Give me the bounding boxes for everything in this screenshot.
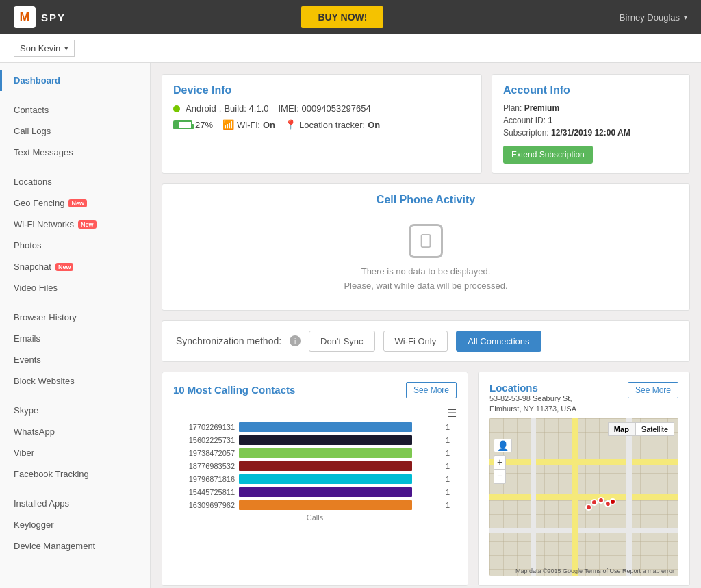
- bar-row: 177022691311: [173, 422, 457, 432]
- account-info-title: Account Info: [503, 84, 678, 97]
- cell-activity-card: Cell Phone Activity There is no data to …: [162, 183, 690, 311]
- sidebar-item-locations[interactable]: Locations: [0, 171, 150, 192]
- bar-count: 1: [446, 436, 457, 444]
- bar-phone-label: 18776983532: [173, 462, 235, 470]
- sidebar-item-text-messages[interactable]: Text Messages: [0, 142, 150, 163]
- sidebar: Dashboard Contacts Call Logs Text Messag…: [0, 63, 151, 588]
- chart-x-label: Calls: [173, 513, 457, 522]
- map-map-button[interactable]: Map: [608, 422, 635, 436]
- phone-icon: [409, 224, 443, 258]
- map-road-v3: [626, 418, 632, 576]
- user-menu[interactable]: Birney Douglas ▾: [620, 12, 687, 23]
- sync-info-icon[interactable]: i: [290, 335, 301, 346]
- android-status-dot: [173, 105, 180, 112]
- device-status-row: 27% 📶 Wi-Fi: On 📍 Location tracker: On: [173, 119, 470, 130]
- device-build: Build: 4.1.0: [224, 103, 268, 114]
- bar-row: 197968718161: [173, 474, 457, 484]
- snapchat-badge: New: [55, 263, 74, 271]
- device-imei: IMEI: 00094053297654: [278, 103, 370, 114]
- sidebar-item-skype[interactable]: Skype: [0, 400, 150, 421]
- sync-dont-sync-button[interactable]: Don't Sync: [309, 331, 374, 352]
- bar-track: [239, 474, 443, 484]
- locations-see-more-button[interactable]: See More: [628, 382, 678, 398]
- sidebar-item-video-files[interactable]: Video Files: [0, 277, 150, 298]
- bar-track: [239, 500, 443, 510]
- bar-phone-label: 19796871816: [173, 475, 235, 483]
- calling-contacts-card: 10 Most Calling Contacts See More ☰ 1770…: [162, 372, 468, 587]
- imei-label: IMEI:: [278, 103, 298, 114]
- location-value: On: [368, 120, 380, 130]
- sidebar-item-snapchat[interactable]: Snapchat New: [0, 256, 150, 277]
- sidebar-item-events[interactable]: Events: [0, 349, 150, 370]
- sidebar-item-browser-history[interactable]: Browser History: [0, 307, 150, 328]
- sidebar-item-viber[interactable]: Viber: [0, 442, 150, 463]
- sidebar-label-snapchat: Snapchat: [14, 261, 51, 272]
- sidebar-item-call-logs[interactable]: Call Logs: [0, 120, 150, 142]
- map-zoom-out-button[interactable]: −: [494, 469, 506, 484]
- sidebar-label-device-management: Device Management: [14, 541, 95, 551]
- wifi-status: 📶 Wi-Fi: On: [222, 119, 275, 130]
- sidebar-label-wifi-networks: Wi-Fi Networks: [14, 219, 74, 229]
- sidebar-label-block-websites: Block Websites: [14, 376, 75, 386]
- sidebar-item-whatsapp[interactable]: WhatsApp: [0, 421, 150, 442]
- sidebar-label-installed-apps: Installed Apps: [14, 498, 69, 509]
- map-zoom-in-button[interactable]: +: [494, 455, 506, 470]
- map-road-h2: [489, 494, 678, 500]
- android-dot-icon: Android, Build: 4.1.0: [173, 103, 268, 114]
- account-id-value: 1: [548, 116, 552, 125]
- sidebar-label-whatsapp: WhatsApp: [14, 426, 55, 437]
- calling-contacts-header: 10 Most Calling Contacts See More: [173, 382, 457, 398]
- sidebar-item-wifi-networks[interactable]: Wi-Fi Networks New: [0, 214, 150, 235]
- locations-info: Locations 53-82-53-98 Seabury St,Elmhurs…: [489, 382, 576, 415]
- wifi-networks-badge: New: [78, 220, 97, 229]
- map-container: 👤 + − Map Satellite Map data ©2015 Googl…: [489, 418, 678, 576]
- device-info-title: Device Info: [173, 84, 470, 97]
- bar-row: 156022257311: [173, 435, 457, 445]
- bar-fill: [239, 461, 412, 471]
- device-os: Android: [186, 103, 216, 114]
- battery-icon: [173, 120, 192, 129]
- calling-see-more-button[interactable]: See More: [406, 382, 457, 398]
- bar-row: 187769835321: [173, 461, 457, 471]
- bar-count: 1: [446, 488, 457, 496]
- sidebar-item-facebook-tracking[interactable]: Facebook Tracking: [0, 463, 150, 485]
- buy-now-button[interactable]: BUY NOW!: [301, 6, 383, 28]
- topnav-center: BUY NOW!: [66, 6, 620, 28]
- sidebar-item-block-websites[interactable]: Block Websites: [0, 370, 150, 392]
- calling-chart: ☰ 17702269131115602225731119738472057118…: [173, 404, 457, 524]
- bar-track: [239, 487, 443, 497]
- sidebar-label-keylogger: Keylogger: [14, 520, 54, 530]
- map-satellite-button[interactable]: Satellite: [635, 422, 674, 436]
- cell-activity-phone-icon: There is no data to be displayed. Please…: [173, 213, 678, 294]
- location-label: Location tracker:: [299, 120, 365, 130]
- sidebar-item-emails[interactable]: Emails: [0, 328, 150, 349]
- sidebar-item-device-management[interactable]: Device Management: [0, 535, 150, 557]
- account-info-card: Account Info Plan: Premium Account ID: 1…: [492, 74, 690, 174]
- sync-label: Synchronization method:: [176, 335, 281, 346]
- plan-label: Plan:: [503, 103, 522, 113]
- sync-all-connections-button[interactable]: All Connections: [456, 331, 541, 352]
- extend-subscription-button[interactable]: Extend Subscription: [503, 146, 593, 164]
- sidebar-label-skype: Skype: [14, 405, 38, 416]
- sidebar-item-contacts[interactable]: Contacts: [0, 99, 150, 120]
- sidebar-item-photos[interactable]: Photos: [0, 235, 150, 256]
- battery-indicator: 27%: [173, 120, 213, 130]
- sidebar-item-installed-apps[interactable]: Installed Apps: [0, 493, 150, 514]
- sidebar-item-keylogger[interactable]: Keylogger: [0, 514, 150, 535]
- map-toggle: Map Satellite: [608, 422, 674, 436]
- account-subscription-row: Subscripton: 12/31/2019 12:00 AM: [503, 128, 678, 138]
- bar-fill: [239, 487, 412, 497]
- map-road-v2: [572, 418, 578, 576]
- chart-menu-icon[interactable]: ☰: [173, 407, 457, 420]
- locations-address: 53-82-53-98 Seabury St,Elmhurst, NY 1137…: [489, 394, 576, 415]
- map-person-icon[interactable]: 👤: [494, 439, 512, 452]
- bar-phone-label: 15445725811: [173, 488, 235, 496]
- bar-phone-label: 15602225731: [173, 436, 235, 444]
- sidebar-item-geo-fencing[interactable]: Geo Fencing New: [0, 192, 150, 214]
- bar-row: 163096979621: [173, 500, 457, 510]
- device-selector[interactable]: Son Kevin ▾: [14, 40, 75, 57]
- map-road-v1: [531, 418, 536, 576]
- sidebar-item-dashboard[interactable]: Dashboard: [0, 70, 150, 91]
- sync-wifi-only-button[interactable]: Wi-Fi Only: [383, 331, 448, 352]
- sidebar-label-emails: Emails: [14, 333, 40, 344]
